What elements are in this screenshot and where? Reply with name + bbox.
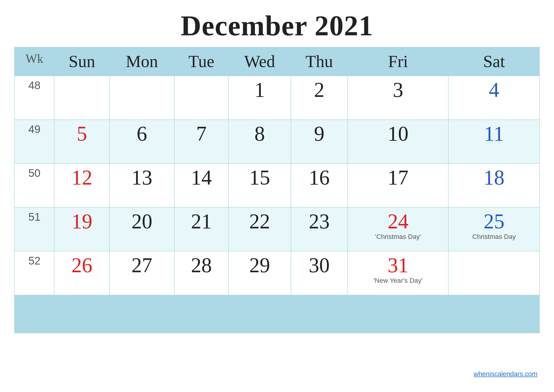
day-number: 26 xyxy=(59,255,105,276)
day-cell xyxy=(174,76,228,120)
day-cell: 8 xyxy=(228,120,291,163)
day-cell: 22 xyxy=(228,207,291,251)
day-cell: 11 xyxy=(448,120,540,163)
week-number: 49 xyxy=(14,120,54,163)
day-cell: 10 xyxy=(348,120,449,163)
day-cell: 26 xyxy=(54,251,110,295)
header-fri: Fri xyxy=(348,47,449,76)
day-cell: 16 xyxy=(291,163,347,207)
week-row: 51192021222324'Christmas Day'25Christmas… xyxy=(14,207,540,251)
day-cell xyxy=(54,76,110,120)
week-number: 52 xyxy=(14,251,54,295)
day-cell: 30 xyxy=(291,251,347,295)
week-number: 48 xyxy=(14,76,54,120)
day-number: 9 xyxy=(295,123,343,144)
week-row: 52262728293031'New Year's Day' xyxy=(14,251,540,295)
day-cell: 15 xyxy=(228,163,291,207)
day-number: 10 xyxy=(352,123,444,144)
watermark[interactable]: wheniscalendars.com xyxy=(474,370,537,378)
day-cell: 23 xyxy=(291,207,347,251)
week-row: 5012131415161718 xyxy=(14,163,540,207)
day-cell: 17 xyxy=(348,163,449,207)
holiday-label: 'New Year's Day' xyxy=(352,277,444,285)
day-cell: 24'Christmas Day' xyxy=(348,207,449,251)
day-number: 21 xyxy=(179,211,224,232)
empty-cell xyxy=(110,295,174,333)
day-number: 7 xyxy=(179,123,224,144)
day-cell: 18 xyxy=(448,163,540,207)
week-row: 49567891011 xyxy=(14,120,540,163)
day-number: 28 xyxy=(179,255,224,276)
day-number: 25 xyxy=(453,211,535,232)
day-number: 31 xyxy=(352,255,444,276)
header-tue: Tue xyxy=(174,47,228,76)
header-sun: Sun xyxy=(54,47,110,76)
day-cell: 29 xyxy=(228,251,291,295)
day-cell xyxy=(110,76,174,120)
day-cell: 12 xyxy=(54,163,110,207)
day-number: 20 xyxy=(114,211,170,232)
day-number: 29 xyxy=(233,255,286,276)
day-cell: 6 xyxy=(110,120,174,163)
header-sat: Sat xyxy=(448,47,540,76)
day-number: 14 xyxy=(179,167,224,188)
day-cell: 14 xyxy=(174,163,228,207)
day-cell: 31'New Year's Day' xyxy=(348,251,449,295)
day-number: 11 xyxy=(453,123,535,144)
day-number: 3 xyxy=(352,79,444,100)
header-mon: Mon xyxy=(110,47,174,76)
empty-cell xyxy=(448,295,540,333)
day-cell: 7 xyxy=(174,120,228,163)
day-cell: 4 xyxy=(448,76,540,120)
day-number: 6 xyxy=(114,123,170,144)
day-cell: 1 xyxy=(228,76,291,120)
day-number: 22 xyxy=(233,211,286,232)
empty-cell xyxy=(348,295,449,333)
day-number: 23 xyxy=(295,211,343,232)
header-wk: Wk xyxy=(14,47,54,76)
watermark-link[interactable]: wheniscalendars.com xyxy=(474,370,537,378)
day-cell: 21 xyxy=(174,207,228,251)
page-title: December 2021 xyxy=(181,9,374,42)
day-cell: 25Christmas Day xyxy=(448,207,540,251)
day-cell: 20 xyxy=(110,207,174,251)
week-number: 51 xyxy=(14,207,54,251)
day-number: 19 xyxy=(59,211,105,232)
day-number: 4 xyxy=(453,79,535,100)
holiday-label: Christmas Day xyxy=(453,233,535,241)
day-cell: 27 xyxy=(110,251,174,295)
header-wed: Wed xyxy=(228,47,291,76)
day-number: 15 xyxy=(233,167,286,188)
empty-cell xyxy=(14,295,54,333)
day-cell: 2 xyxy=(291,76,347,120)
empty-row xyxy=(14,295,540,333)
calendar-header: Wk Sun Mon Tue Wed Thu Fri Sat xyxy=(14,47,540,76)
week-number: 50 xyxy=(14,163,54,207)
day-cell: 19 xyxy=(54,207,110,251)
day-cell: 9 xyxy=(291,120,347,163)
day-number: 8 xyxy=(233,123,286,144)
week-row: 481234 xyxy=(14,76,540,120)
day-number: 24 xyxy=(352,211,444,232)
header-thu: Thu xyxy=(291,47,347,76)
day-number: 1 xyxy=(233,79,286,100)
day-number: 16 xyxy=(295,167,343,188)
day-cell xyxy=(448,251,540,295)
day-cell: 13 xyxy=(110,163,174,207)
empty-cell xyxy=(174,295,228,333)
day-cell: 28 xyxy=(174,251,228,295)
day-number: 27 xyxy=(114,255,170,276)
day-cell: 5 xyxy=(54,120,110,163)
day-number: 17 xyxy=(352,167,444,188)
day-number: 13 xyxy=(114,167,170,188)
empty-cell xyxy=(291,295,347,333)
day-number: 12 xyxy=(59,167,105,188)
day-cell: 3 xyxy=(348,76,449,120)
day-number: 2 xyxy=(295,79,343,100)
day-number: 18 xyxy=(453,167,535,188)
day-number: 30 xyxy=(295,255,343,276)
calendar-table: Wk Sun Mon Tue Wed Thu Fri Sat 481234495… xyxy=(14,47,540,333)
empty-cell xyxy=(54,295,110,333)
empty-cell xyxy=(228,295,291,333)
day-number: 5 xyxy=(59,123,105,144)
